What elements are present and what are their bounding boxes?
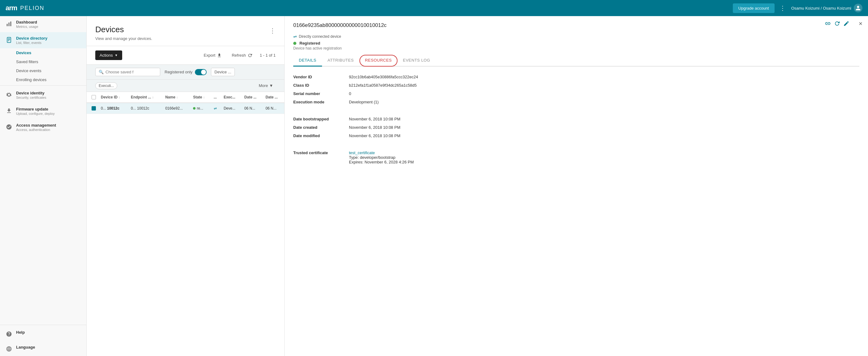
exec-tag: Executi... (95, 82, 117, 89)
gear-icon (6, 91, 12, 98)
subnav-item-enrolling-devices[interactable]: Enrolling devices (16, 75, 86, 84)
trusted-cert-type: Type: developer/bootstrap (349, 155, 395, 160)
dashboard-subtitle: Metrics, usage (16, 25, 38, 28)
devices-options-button[interactable]: ⋮ (270, 27, 276, 34)
user-avatar (854, 4, 862, 12)
row-endpoint: 0... 10012c (128, 103, 163, 114)
copy-link-button[interactable] (825, 21, 831, 28)
row-checkbox[interactable] (92, 106, 96, 111)
registered-only-toggle-group: Registered only (164, 69, 207, 75)
trusted-cert-link[interactable]: test_certificate (349, 150, 375, 155)
svg-rect-0 (7, 24, 8, 26)
content-area: Devices ⋮ View and manage your devices. … (87, 16, 868, 356)
subnav-item-devices[interactable]: Devices (16, 48, 86, 57)
subnav-item-device-events[interactable]: Device events (16, 66, 86, 75)
refresh-icon (834, 21, 840, 27)
edit-icon (843, 21, 849, 27)
status-description: Device has active registration (293, 46, 859, 51)
device-directory-subtitle: List, filter, events (16, 41, 47, 44)
col-exec: Exec... (221, 92, 242, 103)
pagination-info: 1 - 1 of 1 (260, 53, 276, 58)
svg-rect-2 (10, 22, 11, 26)
access-management-label: Access management (16, 123, 56, 127)
sidebar-item-language[interactable]: Language (0, 341, 86, 356)
chevron-down-icon: ▼ (269, 83, 273, 88)
help-label: Help (16, 330, 25, 335)
refresh-label: Refresh (232, 53, 246, 58)
logo-pelion-text: PELION (20, 5, 44, 11)
search-input[interactable] (105, 70, 157, 74)
tab-details[interactable]: DETAILS (293, 55, 322, 66)
more-button[interactable]: More ▼ (256, 82, 276, 89)
help-icon (6, 331, 12, 337)
date-created-value: November 6, 2018 10:08 PM (346, 123, 859, 131)
tab-events-log[interactable]: EVENTS LOG (398, 55, 436, 66)
devices-header: Devices ⋮ View and manage your devices. (87, 16, 284, 46)
trusted-cert-expires: Expires: November 6, 2028 4:26 PM (349, 160, 414, 165)
col-date1: Date ... (242, 92, 263, 103)
refresh-button[interactable]: Refresh (229, 51, 255, 60)
edit-device-button[interactable] (843, 21, 849, 28)
export-label: Export (204, 53, 216, 58)
table-row[interactable]: 0... 10012c 0... 10012c 0166e92... re...… (87, 103, 284, 114)
user-menu[interactable]: Osamu Koizumi / Osamu Koizumi (791, 4, 862, 12)
upgrade-account-button[interactable]: Upgrade account (733, 3, 775, 13)
logo[interactable]: arm PELION (6, 4, 44, 12)
refresh-icon (247, 53, 252, 58)
date-modified-value: November 6, 2018 10:08 PM (346, 131, 859, 140)
chart-icon (6, 21, 12, 27)
export-button[interactable]: Export (202, 51, 224, 60)
registered-only-toggle[interactable] (195, 69, 207, 75)
status-indicator (293, 42, 296, 45)
sidebar-item-help[interactable]: Help (0, 326, 86, 341)
col-state[interactable]: State ↕ (191, 92, 211, 103)
refresh-device-button[interactable] (834, 21, 840, 28)
device-identity-label: Device identity (16, 91, 46, 95)
more-options-icon[interactable]: ⋮ (779, 4, 786, 12)
download-icon (217, 53, 222, 58)
tab-resources[interactable]: RESOURCES (360, 55, 398, 66)
device-icon (6, 36, 12, 43)
sidebar-item-firmware-update[interactable]: Firmware update Upload, configure, deplo… (0, 103, 86, 119)
status-label: Registered (300, 41, 320, 46)
select-all-checkbox[interactable] (92, 95, 96, 99)
col-checkbox (87, 92, 98, 103)
date-bootstrapped-value: November 6, 2018 10:08 PM (346, 115, 859, 123)
tab-attributes[interactable]: ATTRIBUTES (322, 55, 360, 66)
sidebar-item-dashboard[interactable]: Dashboard Metrics, usage (0, 16, 86, 32)
actions-button[interactable]: Actions ▼ (95, 51, 122, 60)
row-state: re... (191, 103, 211, 114)
access-management-subtitle: Access, authentication (16, 128, 56, 131)
sidebar-item-device-directory[interactable]: Device directory List, filter, events (0, 32, 86, 48)
class-id-value: b212efa1f1a0587e9f34dc265a1c58d5 (346, 81, 859, 89)
row-date1: 06 N... (242, 103, 263, 114)
table-header-row: Device ID ↕ Endpoint ... ↕ Name ↕ State … (87, 92, 284, 103)
connected-icon: ⇌ (214, 106, 217, 111)
col-name[interactable]: Name ↕ (163, 92, 191, 103)
vendor-id-label: Vendor ID (293, 73, 346, 81)
svg-rect-5 (8, 39, 10, 40)
date-modified-label: Date modified (293, 131, 346, 140)
device-type-button[interactable]: Device ... (211, 68, 235, 76)
serial-number-label: Serial number (293, 89, 346, 98)
row-name: 0166e92... (163, 103, 191, 114)
col-endpoint[interactable]: Endpoint ... ↕ (128, 92, 163, 103)
col-device-id[interactable]: Device ID ↕ (98, 92, 128, 103)
serial-number-value: 0 (346, 89, 859, 98)
sidebar-item-access-management[interactable]: Access management Access, authentication (0, 119, 86, 135)
subnav-item-saved-filters[interactable]: Saved filters (16, 57, 86, 66)
sidebar-item-device-identity[interactable]: Device identity Security, certificates (0, 87, 86, 103)
trusted-cert-value: test_certificate Type: developer/bootstr… (346, 149, 859, 166)
device-directory-subnav: Devices Saved filters Device events Enro… (0, 48, 86, 84)
check-circle-icon (6, 123, 12, 130)
bidirectional-arrow-icon: ⇌ (293, 34, 297, 39)
firmware-update-subtitle: Upload, configure, deploy (16, 112, 55, 116)
col-date2: Date ... (263, 92, 284, 103)
language-label: Language (16, 345, 35, 350)
filter-search-box[interactable]: 🔍 (95, 68, 160, 76)
detail-status-row: Registered (293, 41, 859, 46)
close-button[interactable]: × (859, 21, 862, 27)
devices-table-wrap: Device ID ↕ Endpoint ... ↕ Name ↕ State … (87, 92, 284, 356)
col-extra: ... (211, 92, 221, 103)
svg-rect-6 (8, 40, 9, 41)
